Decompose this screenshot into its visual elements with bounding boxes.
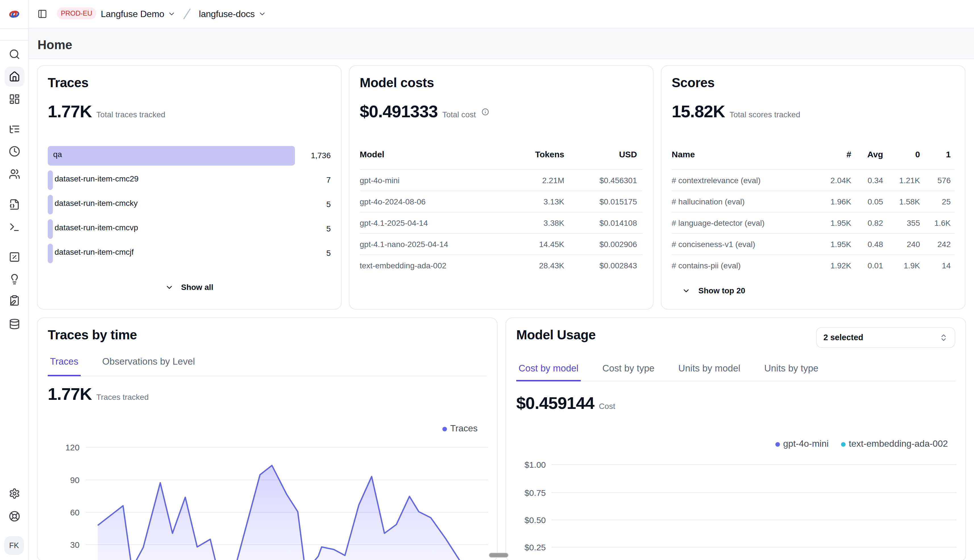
svg-text:120: 120 xyxy=(65,443,80,452)
svg-text:90: 90 xyxy=(70,475,80,485)
svg-text:$0.25: $0.25 xyxy=(525,543,546,552)
svg-text:$1.00: $1.00 xyxy=(525,460,546,469)
svg-text:30: 30 xyxy=(70,540,80,550)
svg-text:$0.75: $0.75 xyxy=(525,488,546,498)
svg-text:60: 60 xyxy=(70,508,80,517)
svg-text:$0.50: $0.50 xyxy=(525,515,546,525)
